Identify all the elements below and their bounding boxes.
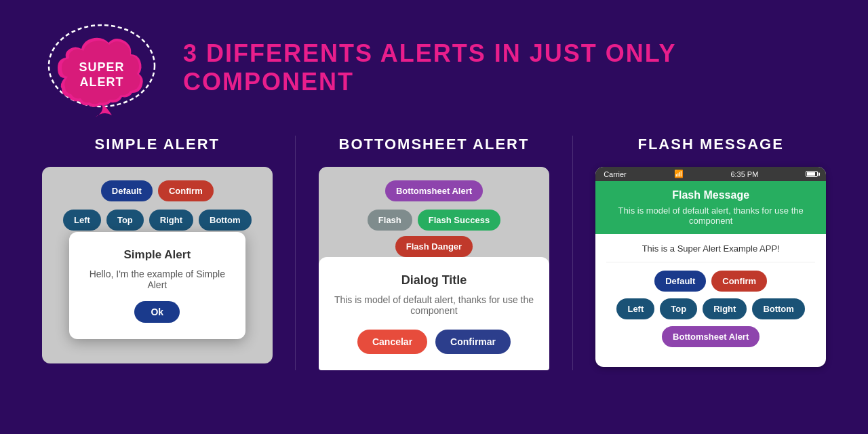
header: SUPER ALERT 3 DIFFERENTS ALERTS IN JUST … [0, 0, 868, 136]
svg-text:SUPER: SUPER [79, 60, 124, 74]
flash-example-text: This is a Super Alert Example APP! [606, 243, 815, 262]
flash-header: Flash Message This is model of default a… [595, 181, 826, 234]
flash-default-button[interactable]: Default [654, 271, 706, 292]
flash-header-message: This is model of default alert, thanks f… [606, 205, 815, 226]
flash-bottom-button[interactable]: Bottom [752, 298, 805, 319]
simple-alert-dialog-message: Hello, I'm the example of Simple Alert [83, 269, 232, 290]
simple-alert-dialog-title: Simple Alert [83, 248, 232, 262]
flash-top-button[interactable]: Top [660, 298, 697, 319]
simple-confirm-button[interactable]: Confirm [158, 180, 214, 201]
bottomsheet-alert-title: BOTTOMSHEET ALERT [339, 136, 530, 153]
flash-phone-body: This is a Super Alert Example APP! Defau… [595, 234, 826, 357]
bottomsheet-row2: Flash Flash Success Flash Danger [330, 210, 538, 257]
bottomsheet-cancel-button[interactable]: Cancelar [357, 330, 427, 354]
bottomsheet-dialog: Dialog Title This is model of default al… [319, 257, 549, 370]
bottomsheet-alert-mockup: Bottomsheet Alert Flash Flash Success Fl… [319, 167, 549, 370]
flash-bottomsheet-button[interactable]: Bottomsheet Alert [662, 326, 760, 347]
flash-row1: Default Confirm [654, 271, 767, 292]
flash-right-button[interactable]: Right [703, 298, 747, 319]
simple-alert-overlay: Simple Alert Hello, I'm the example of S… [42, 208, 273, 363]
divider-2 [572, 136, 573, 370]
time-text: 6:35 PM [730, 170, 758, 178]
simple-alert-row1: Default Confirm [53, 180, 262, 201]
bottomsheet-dialog-title: Dialog Title [332, 273, 536, 288]
bottomsheet-dialog-message: This is model of default alert, thanks f… [332, 294, 536, 316]
flash-message-section: FLASH MESSAGE Carrier 📶 6:35 PM Flash Me… [582, 136, 840, 370]
flash-confirm-button[interactable]: Confirm [711, 271, 767, 292]
svg-text:ALERT: ALERT [80, 75, 124, 89]
simple-alert-mockup: Default Confirm Left Top Right Bottom Si… [42, 167, 273, 363]
flash-phone-mockup: Carrier 📶 6:35 PM Flash Message This is … [595, 167, 826, 367]
simple-alert-section: SIMPLE ALERT Default Confirm Left Top Ri… [28, 136, 286, 370]
flash-buttons-section: Default Confirm Left Top Right Bottom Bo… [606, 271, 815, 347]
bottomsheet-alert-button[interactable]: Bottomsheet Alert [385, 180, 483, 201]
bottomsheet-row1: Bottomsheet Alert [330, 180, 538, 201]
bottomsheet-flash-danger-button[interactable]: Flash Danger [395, 236, 473, 257]
simple-alert-ok-button[interactable]: Ok [134, 301, 180, 323]
simple-alert-dialog: Simple Alert Hello, I'm the example of S… [69, 232, 245, 339]
flash-header-title: Flash Message [606, 189, 815, 201]
logo-bubble: SUPER ALERT [44, 17, 159, 119]
flash-row3: Bottomsheet Alert [662, 326, 760, 347]
bottomsheet-confirm-button[interactable]: Confirmar [435, 330, 511, 354]
bottomsheet-flash-button[interactable]: Flash [368, 210, 412, 231]
simple-alert-title: SIMPLE ALERT [95, 136, 220, 153]
bottomsheet-flash-success-button[interactable]: Flash Success [418, 210, 500, 231]
main-sections: SIMPLE ALERT Default Confirm Left Top Ri… [0, 136, 868, 370]
flash-message-title: FLASH MESSAGE [637, 136, 783, 153]
bottomsheet-alert-section: BOTTOMSHEET ALERT Bottomsheet Alert Flas… [305, 136, 563, 370]
battery-icon [806, 171, 818, 177]
simple-default-button[interactable]: Default [101, 180, 153, 201]
header-title: 3 DIFFERENTS ALERTS IN JUST ONLY COMPONE… [183, 39, 827, 96]
flash-row2: Left Top Right Bottom [616, 298, 804, 319]
logo-container: SUPER ALERT [41, 14, 163, 122]
divider-1 [295, 136, 296, 370]
bottomsheet-dialog-buttons: Cancelar Confirmar [332, 330, 536, 354]
flash-status-bar: Carrier 📶 6:35 PM [595, 167, 826, 181]
carrier-text: Carrier [604, 170, 627, 178]
flash-left-button[interactable]: Left [616, 298, 654, 319]
wifi-icon: 📶 [674, 170, 684, 178]
